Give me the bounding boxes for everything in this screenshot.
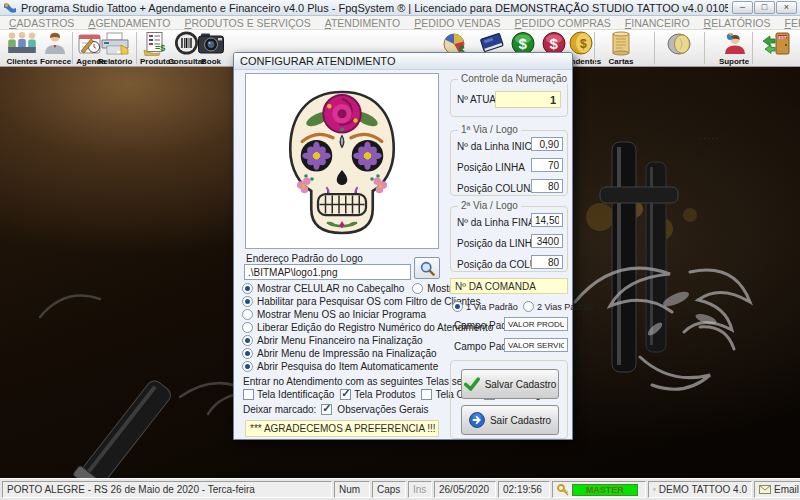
toolbar-cartas[interactable]: Cartas xyxy=(602,31,640,66)
logo-path-input[interactable] xyxy=(244,264,411,280)
radio-mostrar-menu-os[interactable] xyxy=(242,309,253,320)
option-row: Abrir Menu de Impressão na Finalização xyxy=(242,348,437,359)
browse-logo-button[interactable] xyxy=(414,257,440,279)
toolbar-separator xyxy=(72,32,73,64)
envelope-icon xyxy=(759,485,771,494)
radio-2-vias-padrao[interactable] xyxy=(523,301,534,312)
app-window: Programa Studio Tattoo + Agendamento e F… xyxy=(0,0,800,500)
keep-checked-label: Deixar marcado: xyxy=(243,404,316,415)
minimize-button[interactable]: – xyxy=(732,1,753,14)
option-row: Abrir Pesquisa do Item Automaticamente xyxy=(242,361,438,372)
status-num: Num xyxy=(334,481,370,498)
menu-produtos-servicos[interactable]: PRODUTOS E SERVIÇOS xyxy=(177,16,317,30)
radio-mostrar-cnpj[interactable] xyxy=(412,283,423,294)
checkbox-observacoes-gerais[interactable] xyxy=(321,404,332,415)
radio-mostrar-celular[interactable] xyxy=(242,283,253,294)
thank-you-message: *** AGRADECEMOS A PREFERENCIA !!! *** xyxy=(245,420,439,437)
logo-path-label: Endereço Padrão do Logo xyxy=(246,253,363,264)
campo-padrao-input-2[interactable] xyxy=(504,338,568,352)
sair-cadastro-button[interactable]: Sair Cadastro xyxy=(461,405,559,435)
toolbar-fornecedores[interactable]: Fornece xyxy=(40,31,70,66)
logo-preview xyxy=(245,73,439,249)
key-icon xyxy=(557,484,569,496)
toolbar-separator xyxy=(136,32,137,64)
maximize-button[interactable]: □ xyxy=(754,1,775,14)
app-logo-icon xyxy=(3,2,17,14)
posicao-da-coluna-input[interactable] xyxy=(531,255,563,269)
svg-text:EXIT: EXIT xyxy=(779,36,788,40)
svg-text:$: $ xyxy=(519,35,528,52)
via-padrao-radios: 1 Via Padrão 2 Vias Padrão xyxy=(452,301,593,312)
toolbar-separator xyxy=(594,32,595,64)
option-row: Mostrar Menu OS ao Iniciar Programa xyxy=(242,309,426,320)
group-via1-logo: 1ª Via / Logo Nº da Linha INICIAL Posiçã… xyxy=(450,130,568,196)
photo-watermark: . . . . . xyxy=(700,133,718,140)
toolbar-clientes[interactable]: Clientes xyxy=(4,31,40,66)
option-row: Habilitar para Pesquisar OS com Filtro d… xyxy=(242,296,480,307)
menu-financeiro[interactable]: FINANCEIRO xyxy=(618,16,697,30)
radio-liberar-edicao[interactable] xyxy=(242,322,253,333)
status-caps: Caps xyxy=(372,481,406,498)
check-icon xyxy=(464,377,480,391)
toolbar-suporte[interactable]: Suporte xyxy=(712,31,756,66)
support-icon xyxy=(712,31,756,57)
radio-abrir-pesquisa-item[interactable] xyxy=(242,361,253,372)
toolbar-book[interactable]: Book xyxy=(196,31,226,66)
posicao-coluna-input[interactable] xyxy=(531,179,563,193)
products-list-icon: =$ xyxy=(140,31,170,57)
posicao-linha-input[interactable] xyxy=(531,158,563,172)
numero-atual-value: 1 xyxy=(495,91,561,108)
exit-door-icon: EXIT xyxy=(757,31,797,57)
option-row: Abrir Menu Financeiro na Finalização xyxy=(242,335,423,346)
linha-final-input[interactable] xyxy=(531,213,563,227)
arrow-circle-icon xyxy=(469,412,485,428)
radio-abrir-menu-impressao[interactable] xyxy=(242,348,253,359)
radio-abrir-menu-financeiro[interactable] xyxy=(242,335,253,346)
statusbar: PORTO ALEGRE - RS 26 de Maio de 2020 - T… xyxy=(0,478,800,500)
checkbox-tela-produtos[interactable] xyxy=(340,389,351,400)
menu-relatorios[interactable]: RELATÓRIOS xyxy=(697,16,778,30)
menu-atendimento[interactable]: ATENDIMENTO xyxy=(318,16,407,30)
status-time: 02:19:56 xyxy=(498,481,550,498)
posicao-da-linha-input[interactable] xyxy=(531,234,563,248)
toolbar-produtos[interactable]: =$ Produtos xyxy=(140,31,170,66)
scroll-icon xyxy=(602,31,640,57)
linha-inicial-input[interactable] xyxy=(531,137,563,151)
magnifier-icon xyxy=(420,261,435,276)
menu-pedido-vendas[interactable]: PEDIDO VENDAS xyxy=(407,16,507,30)
status-date: 26/05/2020 xyxy=(434,481,496,498)
status-email[interactable]: Email xyxy=(754,481,800,498)
svg-text:=$: =$ xyxy=(155,43,165,53)
sugar-skull-image xyxy=(267,81,417,241)
svg-text:$: $ xyxy=(550,35,559,52)
toolbar-separator xyxy=(654,32,655,64)
salvar-cadastro-button[interactable]: Salvar Cadastro xyxy=(461,369,559,399)
comanda-header: Nº DA COMANDA xyxy=(450,278,568,294)
group-controle-numeracao: Controle da Numeração Nº ATUAL 1 xyxy=(450,79,568,117)
menu-pedido-compras[interactable]: PEDIDO COMPRAS xyxy=(508,16,618,30)
toolbar-relatorio[interactable]: Relatório xyxy=(96,31,134,66)
toolbar-coin[interactable] xyxy=(660,31,700,57)
camera-icon xyxy=(196,31,226,57)
menu-cadastros[interactable]: CADASTROS xyxy=(2,16,81,30)
campo-padrao-input-1[interactable] xyxy=(504,317,568,331)
dialog-body: Endereço Padrão do Logo Mostrar CELULAR … xyxy=(234,70,572,440)
status-demo: DEMO TATTOO 4.0 xyxy=(648,481,752,498)
checkbox-tela-obs[interactable] xyxy=(421,389,432,400)
radio-1-via-padrao[interactable] xyxy=(452,301,463,312)
dialog-title[interactable]: CONFIGURAR ATENDIMENTO xyxy=(234,53,572,70)
checkbox-tela-identificacao[interactable] xyxy=(243,389,254,400)
status-ins: Ins xyxy=(408,481,432,498)
group-actions: Salvar Cadastro Sair Cadastro xyxy=(450,360,568,439)
toolbar-separator xyxy=(704,32,705,64)
menu-ferramentas[interactable]: FERRAMENTAS xyxy=(778,16,800,30)
status-location: PORTO ALEGRE - RS 26 de Maio de 2020 - T… xyxy=(2,481,332,498)
menu-agendamento[interactable]: AGENDAMENTO xyxy=(81,16,177,30)
window-title: Programa Studio Tattoo + Agendamento e F… xyxy=(21,2,728,14)
group-via2-logo: 2ª Via / Logo Nº da Linha FINAL Posição … xyxy=(450,206,568,272)
menubar: CADASTROS AGENDAMENTO PRODUTOS E SERVIÇO… xyxy=(0,16,800,30)
computer-icon xyxy=(653,484,656,495)
close-button[interactable]: × xyxy=(776,1,797,14)
radio-habilitar-pesquisar-os[interactable] xyxy=(242,296,253,307)
toolbar-sair[interactable]: EXIT xyxy=(757,31,797,57)
